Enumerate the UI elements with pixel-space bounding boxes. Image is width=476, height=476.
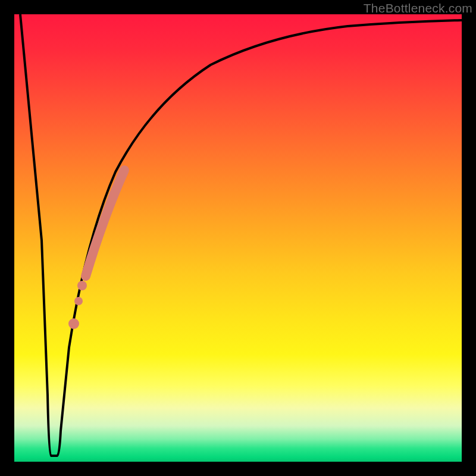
plot-area	[14, 14, 462, 462]
highlight-dot	[74, 297, 83, 305]
highlight-dot	[68, 318, 79, 329]
watermark-text: TheBottleneck.com	[364, 1, 472, 15]
curve-path	[20, 14, 462, 456]
highlight-dot	[77, 281, 87, 290]
bottleneck-curve	[14, 14, 462, 462]
highlight-band	[86, 170, 124, 276]
chart-frame: TheBottleneck.com	[0, 0, 476, 476]
